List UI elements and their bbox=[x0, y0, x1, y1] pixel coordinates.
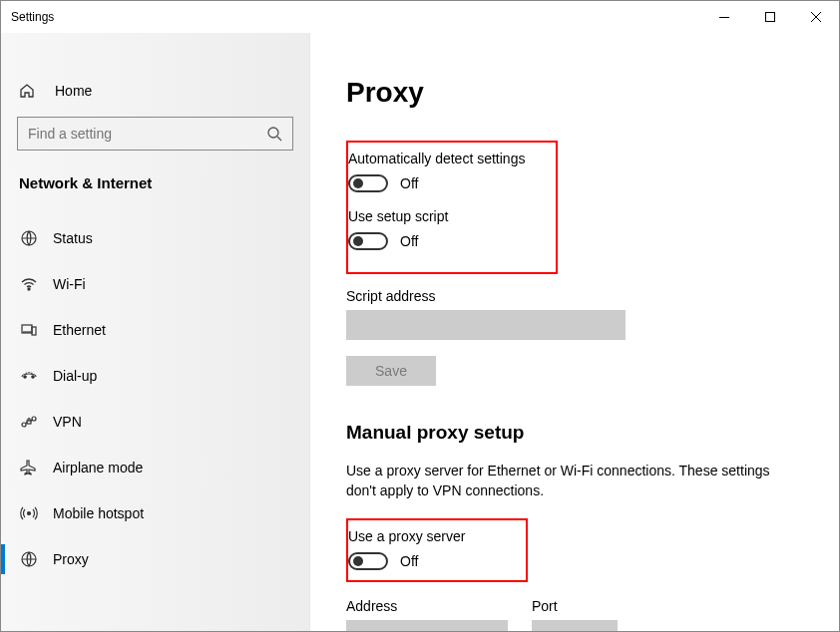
sidebar-item-dialup[interactable]: Dial-up bbox=[1, 353, 309, 399]
sidebar: Home Network & Internet Status Wi-Fi bbox=[1, 33, 310, 632]
setup-script-toggle[interactable]: Off bbox=[348, 232, 546, 250]
setup-script-state: Off bbox=[400, 233, 418, 249]
minimize-icon bbox=[719, 17, 729, 18]
setup-script-label: Use setup script bbox=[348, 208, 546, 224]
address-input bbox=[346, 620, 508, 632]
toggle-track bbox=[348, 174, 388, 192]
hotspot-icon bbox=[17, 504, 41, 522]
window-controls bbox=[701, 1, 839, 33]
sidebar-item-vpn[interactable]: VPN bbox=[1, 399, 309, 445]
wifi-icon bbox=[17, 275, 41, 293]
svg-rect-0 bbox=[719, 17, 729, 18]
toggle-track bbox=[348, 552, 388, 570]
page-title: Proxy bbox=[346, 77, 803, 109]
highlight-box-auto: Automatically detect settings Off Use se… bbox=[346, 141, 558, 274]
port-label: Port bbox=[532, 598, 618, 614]
svg-point-15 bbox=[32, 376, 34, 378]
script-address-input bbox=[346, 310, 626, 340]
close-icon bbox=[811, 12, 821, 22]
auto-detect-label: Automatically detect settings bbox=[348, 151, 546, 166]
save-button[interactable]: Save bbox=[346, 356, 436, 386]
svg-rect-9 bbox=[32, 327, 36, 335]
sidebar-item-airplane[interactable]: Airplane mode bbox=[1, 445, 309, 490]
svg-line-5 bbox=[277, 137, 281, 141]
status-icon bbox=[17, 229, 41, 247]
search-box[interactable] bbox=[17, 117, 293, 151]
sidebar-item-label: Ethernet bbox=[53, 322, 106, 338]
proxy-icon bbox=[17, 550, 41, 568]
home-icon bbox=[19, 83, 43, 99]
titlebar: Settings bbox=[1, 1, 839, 33]
manual-section-desc: Use a proxy server for Ethernet or Wi-Fi… bbox=[346, 462, 775, 500]
sidebar-item-proxy[interactable]: Proxy bbox=[1, 536, 309, 582]
content-area: Proxy Automatically detect settings Off … bbox=[310, 33, 839, 632]
svg-rect-18 bbox=[27, 421, 31, 424]
sidebar-item-status[interactable]: Status bbox=[1, 215, 309, 261]
airplane-icon bbox=[17, 459, 41, 476]
svg-point-7 bbox=[28, 288, 30, 290]
port-input bbox=[532, 620, 618, 632]
auto-detect-state: Off bbox=[400, 175, 418, 191]
sidebar-item-label: Airplane mode bbox=[53, 460, 143, 475]
close-button[interactable] bbox=[793, 1, 839, 33]
dialup-icon bbox=[17, 367, 41, 385]
svg-point-16 bbox=[22, 423, 26, 427]
svg-point-4 bbox=[268, 128, 278, 138]
toggle-track bbox=[348, 232, 388, 250]
sidebar-item-label: Dial-up bbox=[53, 368, 97, 384]
home-link[interactable]: Home bbox=[1, 73, 309, 109]
minimize-button[interactable] bbox=[701, 1, 747, 33]
sidebar-item-label: Wi-Fi bbox=[53, 276, 86, 292]
ethernet-icon bbox=[17, 321, 41, 339]
maximize-icon bbox=[765, 12, 775, 22]
sidebar-item-label: Proxy bbox=[53, 551, 89, 567]
use-proxy-state: Off bbox=[400, 553, 418, 569]
use-proxy-toggle[interactable]: Off bbox=[348, 552, 516, 570]
sidebar-item-label: VPN bbox=[53, 414, 82, 430]
manual-section-title: Manual proxy setup bbox=[346, 422, 803, 444]
vpn-icon bbox=[17, 413, 41, 431]
svg-rect-1 bbox=[766, 13, 775, 22]
sidebar-item-wifi[interactable]: Wi-Fi bbox=[1, 261, 309, 307]
highlight-box-manual: Use a proxy server Off bbox=[346, 518, 528, 582]
home-label: Home bbox=[55, 83, 92, 99]
script-address-label: Script address bbox=[346, 288, 803, 304]
window-title: Settings bbox=[11, 10, 701, 24]
address-label: Address bbox=[346, 598, 508, 614]
auto-detect-toggle[interactable]: Off bbox=[348, 174, 546, 192]
maximize-button[interactable] bbox=[747, 1, 793, 33]
use-proxy-label: Use a proxy server bbox=[348, 528, 516, 544]
sidebar-section-heading: Network & Internet bbox=[1, 172, 309, 215]
sidebar-item-ethernet[interactable]: Ethernet bbox=[1, 307, 309, 353]
svg-point-14 bbox=[24, 376, 26, 378]
sidebar-item-hotspot[interactable]: Mobile hotspot bbox=[1, 490, 309, 536]
sidebar-item-label: Status bbox=[53, 230, 93, 246]
svg-line-20 bbox=[31, 420, 33, 422]
sidebar-item-label: Mobile hotspot bbox=[53, 505, 144, 521]
search-input[interactable] bbox=[28, 126, 266, 142]
search-icon bbox=[266, 126, 282, 142]
svg-point-21 bbox=[28, 512, 31, 515]
